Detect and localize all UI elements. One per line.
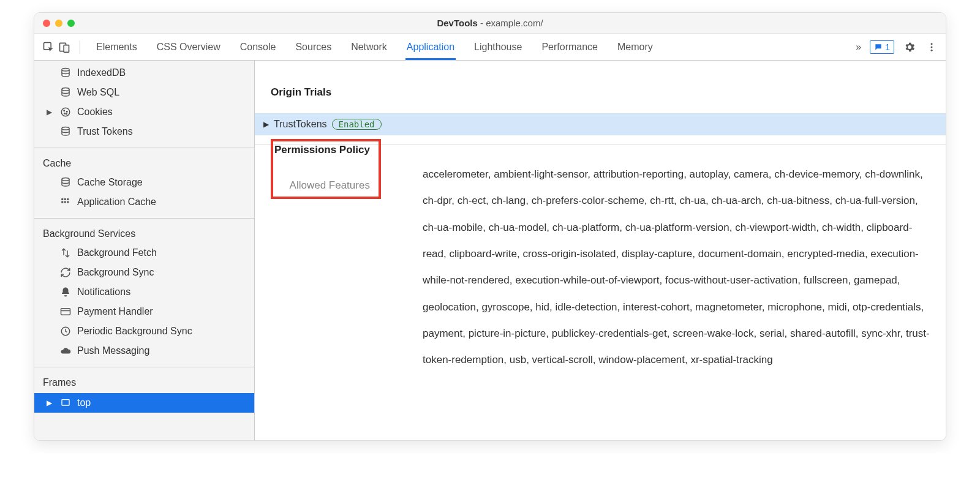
updown-icon — [60, 247, 71, 258]
sidebar-item-cookies[interactable]: ▶ Cookies — [34, 102, 254, 122]
cookie-icon — [60, 107, 71, 118]
svg-point-9 — [64, 110, 65, 111]
sidebar-header-cache: Cache — [34, 152, 254, 173]
sidebar-group-cache: Cache Cache Storage Application Cache — [34, 148, 254, 219]
database-icon — [60, 177, 71, 188]
svg-point-11 — [64, 113, 66, 114]
clock-icon — [60, 326, 71, 337]
highlight-box: Permissions Policy Allowed Features — [271, 139, 381, 199]
title-url: example.com/ — [486, 18, 543, 28]
sidebar-item-indexeddb[interactable]: IndexedDB — [34, 63, 254, 83]
devtools-window: DevTools - example.com/ Elements CSS Ove… — [34, 12, 946, 441]
sidebar-item-label: top — [77, 396, 91, 410]
minimize-window-button[interactable] — [55, 20, 62, 27]
tab-memory[interactable]: Memory — [616, 34, 654, 60]
sidebar-item-cache-storage[interactable]: Cache Storage — [34, 173, 254, 192]
database-icon — [60, 126, 71, 137]
svg-point-3 — [931, 43, 933, 45]
close-window-button[interactable] — [43, 20, 50, 27]
sidebar-item-trust-tokens[interactable]: Trust Tokens — [34, 122, 254, 141]
expand-caret-icon[interactable]: ▶ — [47, 396, 54, 410]
grid-icon — [60, 197, 71, 208]
origin-trials-section: Origin Trials — [255, 75, 946, 113]
permissions-policy-title: Permissions Policy — [273, 141, 370, 156]
tab-sources[interactable]: Sources — [294, 34, 333, 60]
origin-trial-row[interactable]: ▶ TrustTokens Enabled — [255, 113, 946, 135]
maximize-window-button[interactable] — [67, 20, 75, 27]
expand-caret-icon[interactable]: ▶ — [47, 105, 54, 119]
toolbar: Elements CSS Overview Console Sources Ne… — [34, 34, 946, 61]
issues-count: 1 — [885, 42, 890, 52]
panel-tabs: Elements CSS Overview Console Sources Ne… — [95, 34, 853, 60]
cloud-icon — [60, 345, 71, 356]
sidebar-header-bg: Background Services — [34, 222, 254, 243]
sidebar-item-application-cache[interactable]: Application Cache — [34, 192, 254, 212]
expand-caret-icon[interactable]: ▶ — [263, 120, 269, 129]
sidebar-item-label: Trust Tokens — [77, 124, 133, 139]
svg-point-13 — [62, 127, 69, 130]
toolbar-right: » 1 — [856, 40, 938, 54]
settings-icon[interactable] — [903, 40, 916, 54]
svg-rect-18 — [61, 201, 63, 203]
tab-lighthouse[interactable]: Lighthouse — [473, 34, 523, 60]
title-prefix: DevTools — [437, 18, 477, 28]
svg-point-14 — [62, 178, 69, 181]
more-tabs-icon[interactable]: » — [856, 42, 861, 53]
sidebar-header-frames: Frames — [34, 371, 254, 393]
svg-rect-17 — [67, 198, 69, 200]
card-icon — [60, 306, 71, 317]
sidebar-item-payment-handler[interactable]: Payment Handler — [34, 302, 254, 321]
sidebar-item-websql[interactable]: Web SQL — [34, 83, 254, 102]
allowed-features-label: Allowed Features — [273, 179, 370, 192]
sidebar-group-background-services: Background Services Background Fetch Bac… — [34, 219, 254, 367]
svg-rect-21 — [61, 309, 70, 315]
bell-icon — [60, 287, 71, 298]
issues-badge[interactable]: 1 — [870, 40, 894, 54]
permissions-policy-section: Permissions Policy Allowed Features acce… — [255, 144, 946, 387]
tab-css-overview[interactable]: CSS Overview — [156, 34, 222, 60]
sidebar-item-label: Background Sync — [77, 265, 154, 280]
toolbar-separator — [80, 40, 80, 54]
sidebar-item-label: Push Messaging — [77, 343, 149, 358]
kebab-menu-icon[interactable] — [925, 40, 938, 54]
sidebar-group-storage: IndexedDB Web SQL ▶ Cookies Trust Tokens — [34, 61, 254, 148]
tab-network[interactable]: Network — [350, 34, 388, 60]
enabled-badge: Enabled — [332, 119, 382, 130]
sidebar-item-label: Cache Storage — [77, 175, 143, 190]
svg-point-7 — [62, 88, 69, 91]
sidebar-item-label: Periodic Background Sync — [77, 324, 192, 339]
svg-rect-2 — [64, 45, 69, 52]
svg-rect-16 — [64, 198, 66, 200]
database-icon — [60, 87, 71, 98]
svg-point-10 — [67, 111, 68, 113]
body: IndexedDB Web SQL ▶ Cookies Trust Tokens — [34, 61, 946, 440]
title-bar: DevTools - example.com/ — [34, 13, 946, 34]
sidebar-item-frame-top[interactable]: ▶ top — [34, 393, 254, 413]
sidebar-item-bg-sync[interactable]: Background Sync — [34, 263, 254, 282]
sidebar-item-push-messaging[interactable]: Push Messaging — [34, 341, 254, 361]
sidebar: IndexedDB Web SQL ▶ Cookies Trust Tokens — [34, 61, 255, 440]
tab-elements[interactable]: Elements — [95, 34, 138, 60]
svg-point-6 — [62, 69, 69, 72]
sidebar-item-bg-fetch[interactable]: Background Fetch — [34, 243, 254, 263]
main-panel: Origin Trials ▶ TrustTokens Enabled Perm… — [255, 61, 946, 440]
svg-point-12 — [66, 113, 67, 114]
frame-icon — [60, 397, 71, 408]
sidebar-item-periodic-bg-sync[interactable]: Periodic Background Sync — [34, 321, 254, 341]
allowed-features-list: accelerometer, ambient-light-sensor, att… — [423, 139, 930, 373]
database-icon — [60, 67, 71, 78]
sidebar-item-label: Payment Handler — [77, 304, 153, 319]
tab-console[interactable]: Console — [239, 34, 277, 60]
sidebar-item-label: Notifications — [77, 285, 130, 299]
sidebar-item-notifications[interactable]: Notifications — [34, 282, 254, 302]
svg-point-8 — [61, 108, 70, 116]
tab-application[interactable]: Application — [405, 34, 456, 60]
svg-rect-19 — [64, 201, 66, 203]
tab-performance[interactable]: Performance — [540, 34, 599, 60]
svg-point-5 — [931, 49, 933, 51]
inspect-icon[interactable] — [42, 40, 55, 54]
svg-rect-15 — [61, 198, 63, 200]
device-toggle-icon[interactable] — [58, 40, 71, 54]
origin-trial-name: TrustTokens — [274, 119, 327, 130]
window-controls — [34, 20, 75, 27]
